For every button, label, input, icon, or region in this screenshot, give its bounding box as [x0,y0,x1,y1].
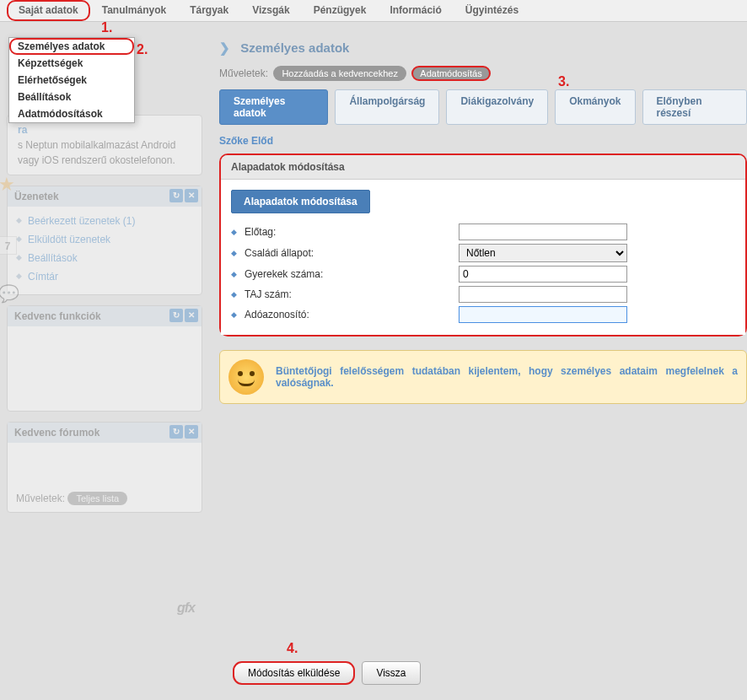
taj-input[interactable] [459,286,627,303]
annotation-3: 3. [558,74,569,89]
children-label: Gyerekek száma: [231,268,459,280]
back-button[interactable]: Vissza [362,661,420,685]
submit-button[interactable]: Módosítás elküldése [233,661,355,685]
top-nav: Saját adatok Tanulmányok Tárgyak Vizsgák… [0,0,747,22]
refresh-icon[interactable]: ↻ [169,425,183,439]
dropdown-beallitasok[interactable]: Beállítások [9,89,134,105]
dropdown-szemelyes-adatok[interactable]: Személyes adatok [9,38,134,55]
nav-targyak[interactable]: Tárgyak [178,0,240,21]
close-icon[interactable]: ✕ [185,189,198,202]
nav-ugyintezes[interactable]: Ügyintézés [454,0,530,21]
nav-vizsgak[interactable]: Vizsgák [240,0,301,21]
messages-widget: Üzenetek ↻ ✕ Beérkezett üzenetek (1) Elk… [7,186,202,295]
sidebar-inbox[interactable]: Beérkezett üzenetek (1) [16,212,193,230]
phone-widget: ra s Neptun mobilalkalmazást Android vag… [7,115,202,175]
tab-diakigazolvany[interactable]: Diákigazolvány [446,89,548,125]
tab-allampolgarsag[interactable]: Állampolgárság [335,89,439,125]
refresh-icon[interactable]: ↻ [169,309,183,322]
sidebar-directory[interactable]: Címtár [16,267,193,286]
annotation-2: 2. [137,42,148,57]
star-icon: ★ [0,174,15,196]
modify-data-button[interactable]: Adatmódosítás [411,66,490,81]
refresh-icon[interactable]: ↻ [169,189,183,202]
close-icon[interactable]: ✕ [185,425,198,439]
main-content: ❯ Személyes adatok Műveletek: Hozzáadás … [202,22,747,523]
notice-text: Büntetőjogi felelősségem tudatában kijel… [276,365,738,389]
marital-select[interactable]: Nőtlen [459,244,627,262]
annotation-1: 1. [101,20,112,35]
breadcrumb: ❯ Személyes adatok [219,34,747,62]
children-input[interactable] [459,266,627,283]
fav-forums-header: Kedvenc fórumok ↻ ✕ [8,423,202,443]
dropdown-kepzettsegek[interactable]: Képzettségek [9,55,134,72]
footer-brand: gfx [177,600,195,616]
calendar-icon: 7 [0,236,17,255]
tab-szemelyes-adatok[interactable]: Személyes adatok [219,89,328,125]
sidebar-sent[interactable]: Elküldött üzenetek [16,230,193,249]
fav-functions-widget: Kedvenc funkciók ↻ ✕ [7,305,202,412]
chevron-right-icon: ❯ [219,40,230,55]
speech-icon: 💬 [0,283,19,304]
operations-row: Műveletek: Hozzáadás a kedvencekhez Adat… [219,62,747,89]
nav-sajat-adatok[interactable]: Saját adatok [7,0,90,21]
marital-label: Családi állapot: [231,247,459,259]
add-favorite-button[interactable]: Hozzáadás a kedvencekhez [273,66,406,81]
tab-elonyben[interactable]: Előnyben részesí [642,89,747,125]
smiley-icon [228,359,264,395]
nav-penzugyek[interactable]: Pénzügyek [302,0,379,21]
declaration-notice: Büntetőjogi felelősségem tudatában kijel… [219,350,747,404]
edit-panel: Alapadatok módosítása Alapadatok módosít… [219,153,747,337]
taj-label: TAJ szám: [231,288,459,300]
inner-tab-alapadatok[interactable]: Alapadatok módosítása [231,190,370,213]
sajat-adatok-dropdown: Személyes adatok Képzettségek Elérhetősé… [8,37,135,123]
fav-forums-widget: Kedvenc fórumok ↻ ✕ Műveletek: Teljes li… [7,422,202,513]
full-list-button[interactable]: Teljes lista [67,492,127,505]
nav-tanulmanyok[interactable]: Tanulmányok [90,0,178,21]
dropdown-elerhetosegek[interactable]: Elérhetőségek [9,72,134,89]
tab-row: Személyes adatok Állampolgárság Diákigaz… [219,89,747,125]
phone-note: ra s Neptun mobilalkalmazást Android vag… [8,116,202,175]
close-icon[interactable]: ✕ [185,309,198,322]
tab-okmanyok[interactable]: Okmányok [555,89,635,125]
prefix-label: Előtag: [231,226,459,238]
messages-header: Üzenetek ↻ ✕ [8,186,202,207]
nav-informacio[interactable]: Információ [378,0,453,21]
tax-input[interactable] [459,306,627,323]
annotation-4: 4. [287,641,298,656]
student-name: Szőke Előd [219,132,747,150]
fav-functions-header: Kedvenc funkciók ↻ ✕ [8,306,202,326]
bottom-bar: Módosítás elküldése Vissza [233,661,421,685]
panel-title: Alapadatok módosítása [221,155,745,180]
tax-label: Adóazonosító: [231,309,459,320]
sidebar-settings[interactable]: Beállítások [16,249,193,267]
dropdown-adatmodositasok[interactable]: Adatmódosítások [9,105,134,122]
prefix-input[interactable] [459,223,627,240]
